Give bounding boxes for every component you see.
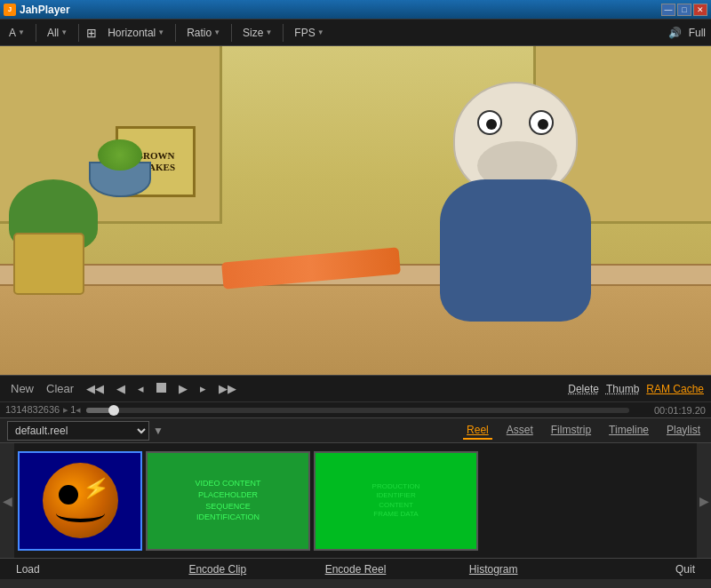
timecode: 00:01:19.20 <box>635 405 706 416</box>
tab-reel[interactable]: Reel <box>463 422 492 440</box>
thumb3-text: PRODUCTIONIDENTIFIERCONTENTFRAME DATA <box>369 479 424 523</box>
thumbnail-strip: ◀ ⚡ VIDEO CONTENTPLACEHOLDERSEQUENCEIDEN… <box>0 442 711 558</box>
new-button[interactable]: New <box>7 380 37 397</box>
ratio-label: Ratio <box>187 27 212 39</box>
all-label: All <box>47 27 59 39</box>
mask-bolt-icon: ⚡ <box>80 474 110 504</box>
video-player: BROWN FLAKES <box>0 46 711 375</box>
tab-filmstrip[interactable]: Filmstrip <box>547 422 595 440</box>
toolbar-sep-5 <box>283 24 284 42</box>
frame-number: 1314832636▸1◂ <box>5 404 81 416</box>
encode-reel-button[interactable]: Encode Reel <box>286 561 424 577</box>
thumbnail-item-2[interactable]: VIDEO CONTENTPLACEHOLDERSEQUENCEIDENTIFI… <box>146 451 310 551</box>
fps-label: FPS <box>294 27 315 39</box>
mask-eye <box>59 485 78 505</box>
size-label: Size <box>243 27 263 39</box>
all-dropdown[interactable]: All ▼ <box>44 25 71 41</box>
ratio-dropdown[interactable]: Ratio ▼ <box>183 25 224 41</box>
all-arrow-icon: ▼ <box>60 28 68 36</box>
progress-bar-row: 1314832636▸1◂ 00:01:19.20 <box>0 401 711 417</box>
full-button[interactable]: Full <box>689 27 706 39</box>
app-icon: J <box>4 4 16 16</box>
thumbnail-item-3[interactable]: PRODUCTIONIDENTIFIERCONTENTFRAME DATA <box>314 451 478 551</box>
a-label: A <box>9 27 16 39</box>
tab-timeline[interactable]: Timeline <box>605 422 652 440</box>
reel-tabs: Reel Asset Filmstrip Timeline Playlist <box>463 422 704 440</box>
dog-right-pupil <box>538 119 548 130</box>
fps-arrow-icon: ▼ <box>317 28 324 36</box>
toolbar-sep-3 <box>175 24 176 42</box>
prev-fast-button[interactable]: ◀◀ <box>83 380 108 397</box>
ratio-arrow-icon: ▼ <box>213 28 220 36</box>
prev-step-button[interactable]: ◂ <box>134 380 148 397</box>
control-bar: New Clear ◀◀ ◀ ◂ ▶ ▸ ▶▶ Delete Thumb RAM… <box>0 375 711 401</box>
toolbar-sep-2 <box>78 24 79 42</box>
window-title: JahPlayer <box>20 4 70 16</box>
window-controls: — □ ✕ <box>661 4 707 16</box>
horizontal-label: Horizontal <box>108 27 156 39</box>
a-dropdown[interactable]: A ▼ <box>5 25 28 41</box>
reel-selector[interactable]: default.reel <box>7 421 149 441</box>
basket <box>13 233 84 295</box>
fps-dropdown[interactable]: FPS ▼ <box>291 25 327 41</box>
load-button[interactable]: Load <box>11 561 148 577</box>
reel-bar: default.reel ▼ Reel Asset Filmstrip Time… <box>0 417 711 442</box>
toolbar-sep-4 <box>231 24 232 42</box>
stop-button[interactable] <box>153 380 170 397</box>
strip-next-button[interactable]: ▶ <box>697 443 711 558</box>
horizontal-arrow-icon: ▼ <box>157 28 164 36</box>
dog-right-eye <box>529 110 554 135</box>
toolbar: A ▼ All ▼ ⊞ Horizontal ▼ Ratio ▼ Size ▼ … <box>0 20 711 46</box>
toolbar-sep-1 <box>36 24 36 42</box>
size-dropdown[interactable]: Size ▼ <box>239 25 276 41</box>
tab-playlist[interactable]: Playlist <box>663 422 704 440</box>
progress-thumb[interactable] <box>108 405 119 416</box>
size-arrow-icon: ▼ <box>265 28 272 36</box>
title-bar: J JahPlayer — □ ✕ <box>0 0 711 20</box>
strip-prev-button[interactable]: ◀ <box>0 443 14 558</box>
mask-smile <box>56 505 105 522</box>
next-fast-button[interactable]: ▶▶ <box>215 380 240 397</box>
next-step-button[interactable]: ▸ <box>196 380 210 397</box>
delete-button[interactable]: Delete <box>568 383 599 395</box>
dog-left-eye <box>477 110 502 135</box>
thumb1-background: ⚡ <box>20 453 140 549</box>
reel-dropdown-icon[interactable]: ▼ <box>153 425 164 437</box>
progress-track[interactable] <box>86 408 629 413</box>
close-button[interactable]: ✕ <box>693 4 707 16</box>
clear-button[interactable]: Clear <box>43 380 77 397</box>
a-arrow-icon: ▼ <box>18 28 25 36</box>
dog-left-pupil <box>486 119 497 130</box>
dog-torso <box>440 179 591 322</box>
title-left: J JahPlayer <box>4 4 70 16</box>
maximize-button[interactable]: □ <box>677 4 691 16</box>
thumbnail-items: ⚡ VIDEO CONTENTPLACEHOLDERSEQUENCEIDENTI… <box>14 443 697 558</box>
thumb2-text: VIDEO CONTENTPLACEHOLDERSEQUENCEIDENTIFI… <box>191 474 264 526</box>
prev-button[interactable]: ◀ <box>113 380 129 397</box>
tab-asset[interactable]: Asset <box>503 422 537 440</box>
minimize-button[interactable]: — <box>661 4 675 16</box>
play-button[interactable]: ▶ <box>175 380 191 397</box>
video-frame: BROWN FLAKES <box>0 46 711 375</box>
quit-button[interactable]: Quit <box>563 561 700 577</box>
horizontal-dropdown[interactable]: Horizontal ▼ <box>104 25 168 41</box>
bottom-bar: Load Encode Clip Encode Reel Histogram Q… <box>0 558 711 579</box>
volume-icon[interactable]: 🔊 <box>668 27 682 39</box>
thumb-button[interactable]: Thumb <box>606 383 639 395</box>
mask-logo: ⚡ <box>43 463 118 538</box>
vegetable-area <box>4 153 164 295</box>
thumb2-content: VIDEO CONTENTPLACEHOLDERSEQUENCEIDENTIFI… <box>148 453 308 549</box>
thumb3-content: PRODUCTIONIDENTIFIERCONTENTFRAME DATA <box>316 453 476 549</box>
dog-character <box>427 82 604 330</box>
thumbnail-item-1[interactable]: ⚡ <box>18 451 142 551</box>
control-right: Delete Thumb RAM Cache <box>568 383 704 395</box>
ram-cache-button[interactable]: RAM Cache <box>646 383 704 395</box>
layout-icon: ⊞ <box>86 26 97 40</box>
encode-clip-button[interactable]: Encode Clip <box>148 561 286 577</box>
histogram-button[interactable]: Histogram <box>425 561 563 577</box>
